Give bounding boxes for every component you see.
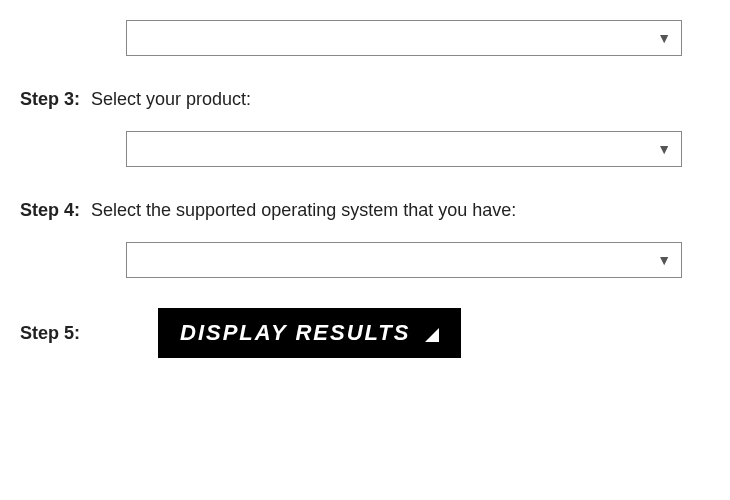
- step4-num: Step 4:: [20, 200, 80, 220]
- chevron-down-icon: ▼: [657, 252, 671, 268]
- display-results-label: DISPLAY RESULTS: [180, 320, 410, 346]
- arrow-up-right-icon: [425, 328, 439, 342]
- step3-label: Step 3: Select your product:: [20, 86, 710, 113]
- step3-text: Select your product:: [91, 89, 251, 109]
- step4-label: Step 4: Select the supported operating s…: [20, 197, 710, 224]
- step5-num: Step 5:: [20, 323, 80, 344]
- step3-select[interactable]: ▼: [126, 131, 682, 167]
- display-results-button[interactable]: DISPLAY RESULTS: [158, 308, 460, 358]
- step4-text: Select the supported operating system th…: [91, 200, 516, 220]
- step3-num: Step 3:: [20, 89, 80, 109]
- chevron-down-icon: ▼: [657, 30, 671, 46]
- step4-select[interactable]: ▼: [126, 242, 682, 278]
- chevron-down-icon: ▼: [657, 141, 671, 157]
- step2-select[interactable]: ▼: [126, 20, 682, 56]
